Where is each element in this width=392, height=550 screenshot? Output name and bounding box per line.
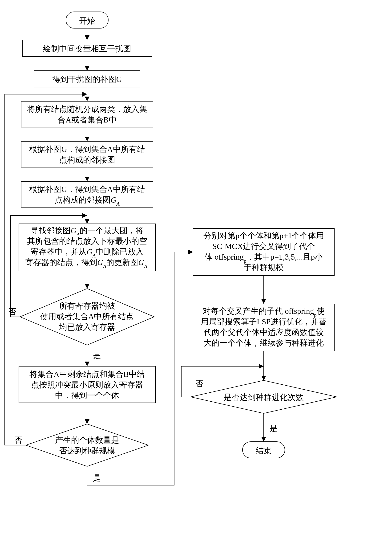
d2-yes-label: 是 [93,473,101,482]
d3-text: 是否达到种群进化次数 [224,393,304,402]
start-label: 开始 [79,16,95,25]
n6-l2: 其所包含的结点放入下标最小的空 [27,237,147,246]
d1-l3: 均已放入寄存器 [59,323,115,331]
n4-l1: 根据补图G，得到集合A中所有结 [29,145,145,154]
d2-diamond [26,424,148,466]
n4-l2: 点构成的邻接图 [59,155,115,164]
d1-no-label: 否 [8,307,16,316]
n3-l2: 合A或者集合B中 [57,115,117,124]
n8-l2: SC-MCX进行交叉得到子代个 [212,242,315,251]
n7-l1: 将集合A中剩余结点和集合B中结 [29,370,145,379]
n8-l1: 分别对第p个个体和第p+1个个体用 [203,231,324,240]
n2-text: 得到干扰图的补图G [52,75,122,84]
n8-l4: 于种群规模 [244,263,284,272]
flowchart-diagram: 开始 绘制中间变量相互干扰图 得到干扰图的补图G 将所有结点随机分成两类，放入集… [0,0,392,550]
d1-yes-label: 是 [93,351,101,360]
d1-l2: 使用或者集合A中所有结点 [40,312,134,321]
end-label: 结束 [256,446,272,455]
n3-l1: 将所有结点随机分成两类，放入集 [27,105,147,113]
n1-text: 绘制中间变量相互干扰图 [43,44,131,53]
d3-yes-label: 是 [270,424,278,433]
d2-l2: 否达到种群规模 [59,446,115,455]
n9-l2: 用局部搜索算子LSP进行优化，并替 [201,317,327,326]
n9-l3: 代两个父代个体中适应度函数值较 [203,328,324,337]
d3-no-label: 否 [196,379,203,388]
n7-l3: 中，得到一个个体 [55,391,119,400]
n5-l1: 根据补图G，得到集合A中所有结 [29,185,145,194]
n7-l2: 点按照冲突最小原则放入寄存器 [31,381,143,389]
d2-l1: 产生的个体数量是 [55,436,119,444]
d1-l1: 所有寄存器均被 [59,302,115,310]
n9-l4: 大的一个个体，继续参与种群进化 [204,338,324,347]
d2-no-label: 否 [14,436,22,444]
